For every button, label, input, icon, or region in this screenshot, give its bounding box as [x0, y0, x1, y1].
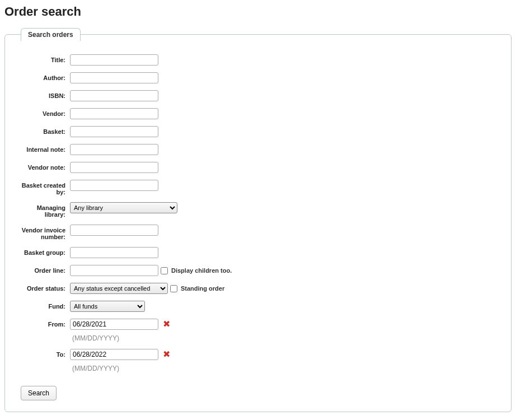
row-vendor-note: Vendor note:: [16, 162, 500, 173]
managing-library-select[interactable]: Any library: [70, 202, 177, 213]
row-basket-created-by: Basket created by:: [16, 180, 500, 195]
label-fund: Fund:: [16, 301, 70, 310]
fund-select[interactable]: All funds: [70, 301, 145, 312]
row-order-status: Order status: Any status except cancelle…: [16, 283, 500, 294]
title-input[interactable]: [70, 54, 158, 66]
display-children-checkbox[interactable]: [161, 267, 168, 274]
search-button[interactable]: Search: [21, 386, 57, 400]
row-internal-note: Internal note:: [16, 144, 500, 155]
row-basket: Basket:: [16, 126, 500, 137]
isbn-input[interactable]: [70, 90, 158, 101]
label-title: Title:: [16, 54, 70, 63]
basket-input[interactable]: [70, 126, 158, 137]
clear-to-icon[interactable]: ✖: [163, 350, 170, 359]
row-title: Title:: [16, 54, 500, 66]
internal-note-input[interactable]: [70, 144, 158, 155]
label-isbn: ISBN:: [16, 90, 70, 99]
vendor-note-input[interactable]: [70, 162, 158, 173]
label-to: To:: [16, 349, 70, 358]
label-vendor-invoice-number: Vendor invoice number:: [16, 225, 70, 240]
label-internal-note: Internal note:: [16, 144, 70, 153]
row-author: Author:: [16, 72, 500, 83]
author-input[interactable]: [70, 72, 158, 83]
standing-order-label: Standing order: [181, 285, 224, 292]
label-basket-group: Basket group:: [16, 247, 70, 256]
basket-group-input[interactable]: [70, 247, 158, 258]
label-author: Author:: [16, 72, 70, 81]
standing-order-checkbox[interactable]: [170, 285, 177, 292]
label-basket: Basket:: [16, 126, 70, 135]
basket-created-by-input[interactable]: [70, 180, 158, 191]
row-order-line: Order line: Display children too.: [16, 265, 500, 276]
from-date-input[interactable]: [70, 319, 158, 330]
row-vendor-invoice-number: Vendor invoice number:: [16, 225, 500, 240]
row-fund: Fund: All funds: [16, 301, 500, 312]
row-to: To: ✖ (MM/DD/YYYY): [16, 349, 500, 372]
from-date-hint: (MM/DD/YYYY): [72, 334, 119, 342]
row-from: From: ✖ (MM/DD/YYYY): [16, 319, 500, 342]
label-vendor-note: Vendor note:: [16, 162, 70, 171]
label-from: From:: [16, 319, 70, 328]
order-line-input[interactable]: [70, 265, 158, 276]
display-children-label: Display children too.: [171, 267, 232, 274]
row-basket-group: Basket group:: [16, 247, 500, 258]
label-order-line: Order line:: [16, 265, 70, 274]
label-basket-created-by: Basket created by:: [16, 180, 70, 195]
vendor-input[interactable]: [70, 108, 158, 119]
search-orders-fieldset: Search orders Title: Author: ISBN: Vendo…: [4, 28, 512, 412]
clear-from-icon[interactable]: ✖: [163, 320, 170, 329]
label-vendor: Vendor:: [16, 108, 70, 117]
page-title: Order search: [4, 4, 516, 19]
label-managing-library: Managing library:: [16, 202, 70, 218]
row-vendor: Vendor:: [16, 108, 500, 119]
order-status-select[interactable]: Any status except cancelled: [70, 283, 168, 294]
row-isbn: ISBN:: [16, 90, 500, 101]
row-managing-library: Managing library: Any library: [16, 202, 500, 218]
to-date-input[interactable]: [70, 349, 158, 360]
to-date-hint: (MM/DD/YYYY): [72, 365, 119, 372]
vendor-invoice-number-input[interactable]: [70, 225, 158, 236]
fieldset-legend: Search orders: [21, 28, 81, 41]
label-order-status: Order status:: [16, 283, 70, 292]
